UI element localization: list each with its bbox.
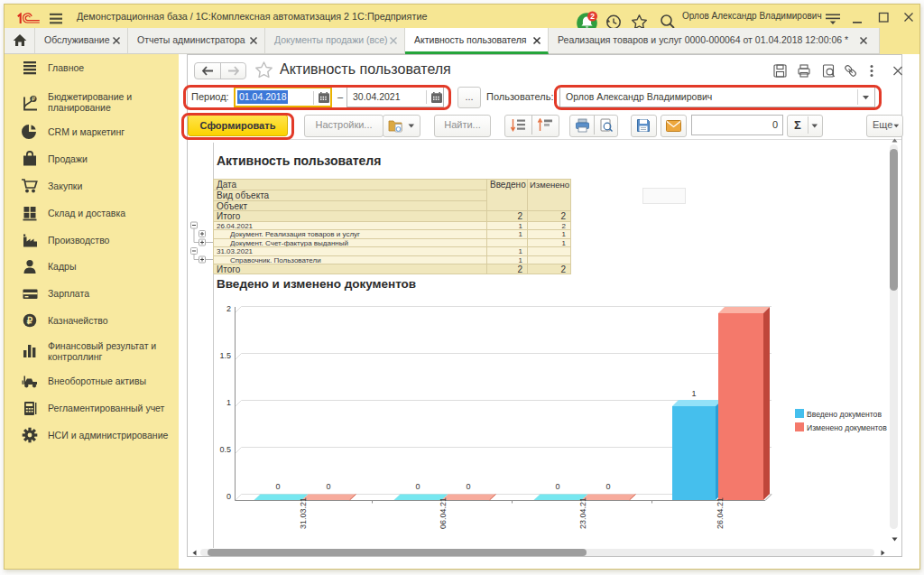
svg-text:06.04.21: 06.04.21 (439, 497, 448, 529)
svg-text:1: 1 (226, 398, 231, 407)
svg-text:1: 1 (691, 389, 696, 398)
svg-text:2: 2 (226, 304, 231, 313)
svg-text:0: 0 (466, 482, 470, 491)
svg-text:0: 0 (326, 482, 330, 491)
svg-text:Изменено документов: Изменено документов (807, 423, 887, 432)
svg-text:₽: ₽ (32, 96, 35, 102)
svg-text:0: 0 (555, 482, 559, 491)
svg-text:₽: ₽ (27, 316, 33, 326)
svg-text:23.04.21: 23.04.21 (578, 497, 587, 529)
svg-text:31.03.21: 31.03.21 (299, 497, 308, 529)
svg-text:Введено документов: Введено документов (807, 410, 882, 419)
svg-text:0: 0 (226, 492, 231, 501)
svg-text:0: 0 (275, 482, 280, 491)
svg-text:2: 2 (590, 12, 595, 21)
svg-text:1.5: 1.5 (219, 351, 231, 360)
svg-text:0: 0 (605, 482, 610, 491)
svg-text:0.5: 0.5 (219, 445, 231, 454)
svg-text:26.04.21: 26.04.21 (716, 497, 725, 529)
svg-text:0: 0 (415, 482, 420, 491)
